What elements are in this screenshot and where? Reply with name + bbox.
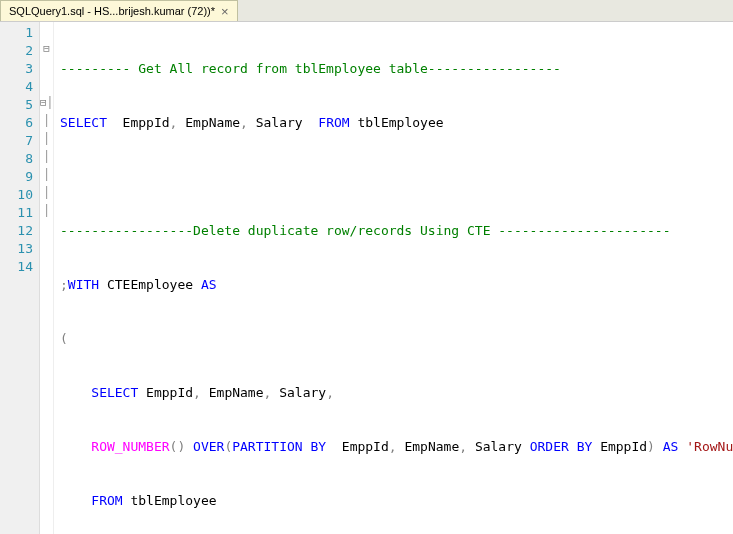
file-tab[interactable]: SQLQuery1.sql - HS...brijesh.kumar (72))… [0,0,238,21]
code-area[interactable]: --------- Get All record from tblEmploye… [54,22,733,534]
tab-title: SQLQuery1.sql - HS...brijesh.kumar (72))… [9,5,215,17]
code-editor[interactable]: 1234567891011121314 ⊟⊟│││││││ --------- … [0,22,733,534]
fold-gutter: ⊟⊟│││││││ [40,22,54,534]
line-gutter: 1234567891011121314 [0,22,40,534]
tab-bar: SQLQuery1.sql - HS...brijesh.kumar (72))… [0,0,733,22]
close-icon[interactable]: × [221,4,229,19]
